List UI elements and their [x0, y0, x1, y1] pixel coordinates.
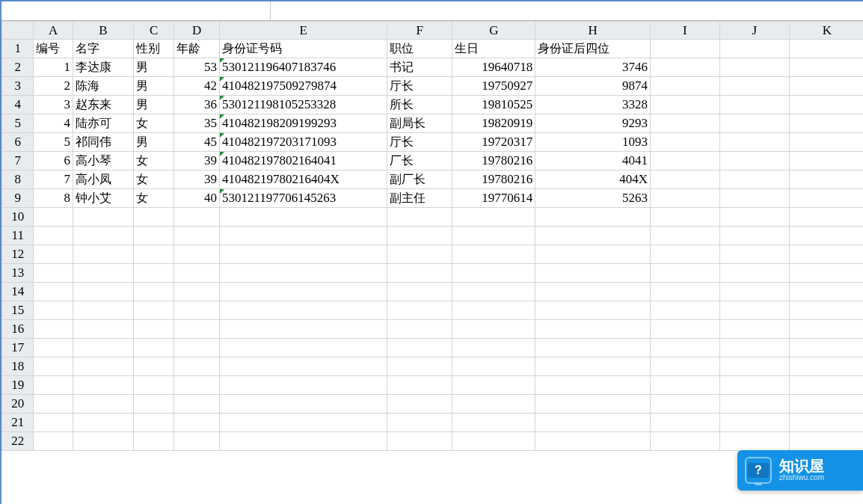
cell-age[interactable]: 45 — [174, 133, 220, 152]
cell[interactable] — [387, 357, 452, 376]
cell[interactable] — [219, 227, 387, 245]
cell-title[interactable]: 副主任 — [387, 189, 452, 208]
cell[interactable] — [650, 245, 719, 264]
hdr-last4[interactable]: 身份证后四位 — [535, 40, 651, 58]
col-header-D[interactable]: D — [174, 22, 220, 40]
cell-bday[interactable]: 19770614 — [452, 189, 535, 208]
cell[interactable] — [650, 96, 719, 114]
cell[interactable] — [719, 357, 789, 376]
cell[interactable] — [174, 376, 220, 395]
cell[interactable] — [133, 432, 174, 451]
cell-idnum[interactable]: 530121198105253328 — [219, 96, 387, 114]
cell-title[interactable]: 厂长 — [387, 152, 452, 170]
cell[interactable] — [219, 395, 387, 414]
cell[interactable] — [174, 301, 220, 320]
cell-sex[interactable]: 女 — [133, 152, 174, 170]
cell[interactable] — [174, 245, 220, 264]
row-header[interactable]: 22 — [2, 432, 34, 451]
cell[interactable] — [535, 357, 651, 376]
cell[interactable] — [789, 170, 863, 189]
row-header[interactable]: 14 — [2, 283, 34, 301]
row-header[interactable]: 15 — [2, 301, 34, 320]
cell[interactable] — [133, 245, 174, 264]
cell[interactable] — [174, 357, 220, 376]
cell[interactable] — [387, 208, 452, 227]
cell[interactable] — [789, 264, 863, 283]
cell[interactable] — [789, 432, 863, 451]
select-all-corner[interactable] — [2, 22, 34, 40]
cell[interactable] — [789, 133, 863, 152]
row-header[interactable]: 20 — [2, 395, 34, 414]
cell[interactable] — [535, 208, 651, 227]
cell-bday[interactable]: 19640718 — [452, 58, 535, 77]
cell[interactable] — [719, 301, 789, 320]
row-header[interactable]: 1 — [2, 40, 34, 58]
cell-sex[interactable]: 女 — [133, 189, 174, 208]
cell[interactable] — [387, 301, 452, 320]
cell[interactable] — [219, 208, 387, 227]
col-header-C[interactable]: C — [133, 22, 174, 40]
cell[interactable] — [219, 283, 387, 301]
cell-sex[interactable]: 男 — [133, 58, 174, 77]
cell-idnum[interactable]: 410482197509279874 — [219, 77, 387, 96]
cell[interactable] — [650, 301, 719, 320]
hdr-id[interactable]: 身份证号码 — [219, 40, 387, 58]
cell[interactable] — [650, 357, 719, 376]
cell[interactable] — [387, 414, 452, 432]
cell[interactable] — [719, 283, 789, 301]
cell-bday[interactable]: 19780216 — [452, 170, 535, 189]
cell-last4[interactable]: 4041 — [535, 152, 651, 170]
cell[interactable] — [387, 245, 452, 264]
cell[interactable] — [133, 264, 174, 283]
cell[interactable] — [34, 208, 73, 227]
cell[interactable] — [650, 208, 719, 227]
cell[interactable] — [719, 395, 789, 414]
cell-last4[interactable]: 404X — [535, 170, 651, 189]
cell[interactable] — [535, 339, 651, 357]
cell-idnum[interactable]: 41048219780216404X — [219, 170, 387, 189]
cell[interactable] — [789, 301, 863, 320]
spreadsheet-grid[interactable]: ABCDEFGHIJK 1编号名字性别年龄身份证号码职位生日身份证后四位21李达… — [1, 21, 863, 504]
cell[interactable] — [452, 414, 535, 432]
formula-input[interactable] — [271, 1, 863, 20]
cell-age[interactable]: 42 — [174, 77, 220, 96]
row-header[interactable]: 2 — [2, 58, 34, 77]
cell[interactable] — [174, 320, 220, 339]
cell[interactable] — [789, 395, 863, 414]
cell[interactable] — [650, 283, 719, 301]
cell[interactable] — [789, 245, 863, 264]
cell[interactable] — [789, 40, 863, 58]
cell[interactable] — [719, 96, 789, 114]
cell[interactable] — [219, 376, 387, 395]
row-header[interactable]: 10 — [2, 208, 34, 227]
cell[interactable] — [535, 283, 651, 301]
cell[interactable] — [387, 283, 452, 301]
col-header-J[interactable]: J — [719, 22, 789, 40]
row-header[interactable]: 12 — [2, 245, 34, 264]
cell[interactable] — [719, 414, 789, 432]
cell[interactable] — [452, 339, 535, 357]
cell[interactable] — [535, 264, 651, 283]
cell[interactable] — [387, 432, 452, 451]
cell[interactable] — [650, 414, 719, 432]
cell[interactable] — [73, 245, 133, 264]
cell-name[interactable]: 李达康 — [73, 58, 133, 77]
cell[interactable] — [719, 170, 789, 189]
cell-name[interactable]: 陆亦可 — [73, 114, 133, 133]
cell[interactable] — [73, 395, 133, 414]
cell[interactable] — [789, 77, 863, 96]
hdr-bday[interactable]: 生日 — [452, 40, 535, 58]
cell[interactable] — [719, 58, 789, 77]
cell[interactable] — [73, 301, 133, 320]
cell-last4[interactable]: 3328 — [535, 96, 651, 114]
col-header-A[interactable]: A — [34, 22, 73, 40]
cell[interactable] — [650, 264, 719, 283]
cell-idnum[interactable]: 530121196407183746 — [219, 58, 387, 77]
cell[interactable] — [219, 245, 387, 264]
cell[interactable] — [650, 320, 719, 339]
cell[interactable] — [133, 395, 174, 414]
cell[interactable] — [34, 395, 73, 414]
cell-name[interactable]: 高小琴 — [73, 152, 133, 170]
cell[interactable] — [719, 264, 789, 283]
cell[interactable] — [789, 339, 863, 357]
